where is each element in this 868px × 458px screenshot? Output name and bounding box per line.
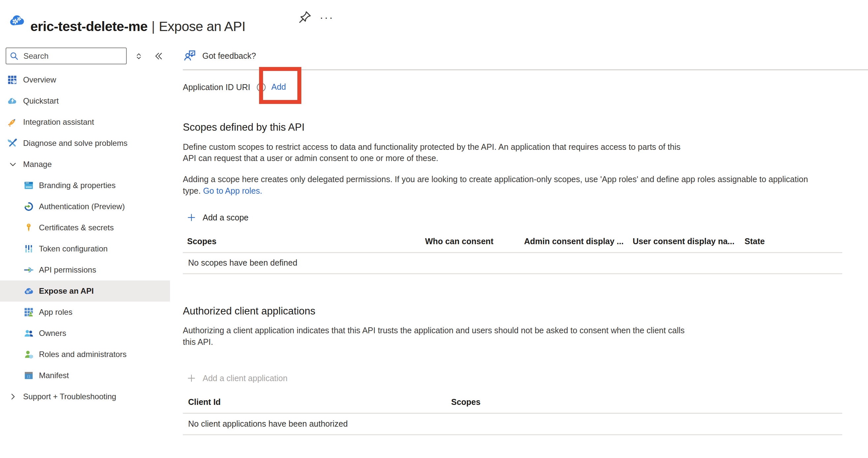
got-feedback-label: Got feedback? <box>202 51 256 61</box>
branding-icon: www <box>24 181 34 190</box>
column-state: State <box>745 237 842 246</box>
blade-menu-sidebar: Overview Quickstart Integration assistan… <box>0 42 170 458</box>
blade-menu: Overview Quickstart Integration assistan… <box>0 69 170 407</box>
pin-button[interactable] <box>297 9 313 25</box>
pin-icon <box>298 10 312 25</box>
column-user-consent-display: User consent display na... <box>633 237 745 246</box>
sidebar-item-quickstart[interactable]: Quickstart <box>0 90 170 111</box>
plus-icon-disabled <box>186 373 196 383</box>
rocket-icon <box>7 117 17 127</box>
description-line: Define custom scopes to restrict access … <box>183 141 681 153</box>
description-line: API can request that a user or admin con… <box>183 153 681 164</box>
sidebar-item-label: Branding & properties <box>39 181 116 190</box>
sidebar-item-app-roles[interactable]: App roles <box>0 302 170 323</box>
sidebar-group-support-troubleshooting[interactable]: Support + Troubleshooting <box>0 386 170 407</box>
command-bar-divider <box>183 69 868 70</box>
info-glyph: i <box>261 85 262 90</box>
sidebar-item-owners[interactable]: Owners <box>0 323 170 344</box>
scopes-section-title: Scopes defined by this API <box>183 122 305 133</box>
app-roles-icon <box>24 307 34 317</box>
expose-an-api-blade: eric-test-delete-me|Expose an API ··· <box>0 0 868 458</box>
sidebar-item-label: Authentication (Preview) <box>39 202 125 211</box>
sidebar-item-integration-assistant[interactable]: Integration assistant <box>0 111 170 133</box>
table-divider <box>183 413 842 414</box>
description-line: Authorizing a client application indicat… <box>183 325 684 336</box>
page-title: eric-test-delete-me|Expose an API <box>30 19 246 34</box>
sidebar-item-label: Manifest <box>39 371 69 380</box>
column-scopes: Scopes <box>451 397 842 407</box>
sidebar-item-label: Diagnose and solve problems <box>23 139 127 148</box>
sidebar-item-label: Token configuration <box>39 244 107 254</box>
add-a-client-application-button[interactable]: Add a client application <box>186 373 287 383</box>
add-a-scope-label: Add a scope <box>203 213 249 222</box>
table-divider <box>183 252 842 253</box>
sidebar-item-expose-an-api[interactable]: Expose an API <box>0 281 170 302</box>
clients-empty-message: No client applications have been authori… <box>188 419 348 429</box>
wrench-screwdriver-icon <box>7 138 17 148</box>
double-chevron-left-icon <box>153 51 163 61</box>
add-a-scope-button[interactable]: Add a scope <box>186 212 249 222</box>
search-input[interactable] <box>6 47 127 64</box>
chevron-right-icon <box>8 392 17 401</box>
scopes-section-note: Adding a scope here creates only delegat… <box>183 173 808 197</box>
sidebar-item-label: Owners <box>39 329 66 338</box>
www-glyph: www <box>25 186 32 188</box>
info-icon: i <box>256 82 266 92</box>
title-separator: | <box>148 19 159 34</box>
sidebar-item-roles-administrators[interactable]: Roles and administrators <box>0 344 170 365</box>
sidebar-item-authentication[interactable]: Authentication (Preview) <box>0 196 170 217</box>
sidebar-item-label: Roles and administrators <box>39 350 126 359</box>
sidebar-item-diagnose[interactable]: Diagnose and solve problems <box>0 133 170 154</box>
ellipsis-icon: ··· <box>320 11 334 24</box>
overview-icon <box>7 75 17 85</box>
column-admin-consent-display: Admin consent display ... <box>524 237 633 246</box>
got-feedback-button[interactable]: Got feedback? <box>184 48 256 63</box>
owners-icon <box>24 328 34 338</box>
column-scopes: Scopes <box>187 237 425 246</box>
diamond-chevrons-icon <box>134 52 143 61</box>
scopes-section-description: Define custom scopes to restrict access … <box>183 141 681 164</box>
sidebar-group-manage[interactable]: Manage <box>0 154 170 175</box>
note-line: Adding a scope here creates only delegat… <box>183 173 808 185</box>
manifest-icon: { } <box>24 370 34 381</box>
key-icon <box>24 223 34 233</box>
quickstart-icon <box>7 96 17 106</box>
expand-collapse-all-button[interactable] <box>131 50 146 63</box>
note-prefix: type. <box>183 186 203 195</box>
feedback-icon <box>184 49 197 62</box>
plus-icon <box>186 212 196 222</box>
sidebar-item-branding-properties[interactable]: www Branding & properties <box>0 175 170 196</box>
scopes-empty-message: No scopes have been defined <box>188 258 298 268</box>
sidebar-item-label: Expose an API <box>39 286 94 296</box>
table-divider <box>183 434 842 435</box>
sidebar-item-label: Certificates & secrets <box>39 223 114 232</box>
add-application-id-uri-link[interactable]: Add <box>271 82 286 92</box>
sidebar-item-label: API permissions <box>39 265 96 274</box>
sliders-icon <box>24 244 34 254</box>
description-line: this API. <box>183 336 684 348</box>
app-name: eric-test-delete-me <box>30 19 148 34</box>
sidebar-item-label: App roles <box>39 307 72 317</box>
note-line: type. Go to App roles. <box>183 185 808 197</box>
sidebar-group-label: Manage <box>23 160 52 169</box>
authorized-clients-section-title: Authorized client applications <box>183 305 315 317</box>
column-client-id: Client Id <box>188 397 451 407</box>
sidebar-item-manifest[interactable]: { } Manifest <box>0 365 170 386</box>
sidebar-item-label: Overview <box>23 75 56 85</box>
sidebar-item-token-configuration[interactable]: Token configuration <box>0 238 170 259</box>
table-divider <box>183 273 842 274</box>
braces-glyph: { } <box>27 375 30 378</box>
scopes-table-header: Scopes Who can consent Admin consent dis… <box>183 237 842 246</box>
collapse-menu-button[interactable] <box>151 49 166 63</box>
application-id-uri-label: Application ID URI <box>183 83 250 92</box>
sidebar-item-overview[interactable]: Overview <box>0 69 170 90</box>
sidebar-item-label: Quickstart <box>23 96 59 106</box>
expose-api-cloud-icon <box>24 286 34 296</box>
blade-name: Expose an API <box>159 19 245 34</box>
more-options-button[interactable]: ··· <box>319 9 335 25</box>
sidebar-item-api-permissions[interactable]: API permissions <box>0 259 170 281</box>
go-to-app-roles-link[interactable]: Go to App roles. <box>203 186 262 195</box>
api-permissions-icon <box>24 265 34 275</box>
roles-administrators-icon <box>24 350 34 359</box>
sidebar-item-certificates-secrets[interactable]: Certificates & secrets <box>0 217 170 238</box>
